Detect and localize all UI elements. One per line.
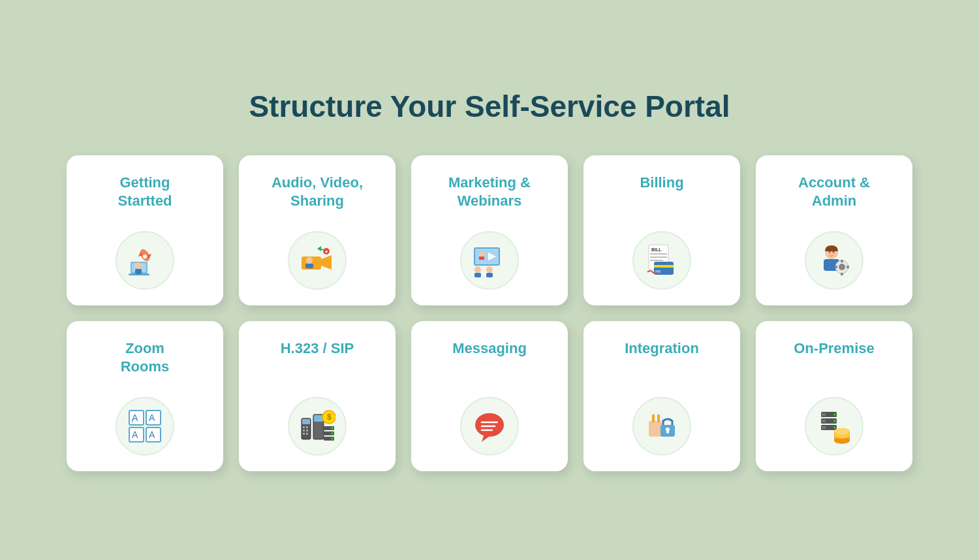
card-marketing-webinars-icon-wrapper (460, 231, 519, 290)
svg-point-93 (834, 428, 850, 435)
svg-rect-40 (835, 266, 837, 268)
svg-rect-55 (303, 429, 305, 431)
cards-grid: GettingStartted Audio, Video,Sharing (67, 155, 912, 471)
on-premise-icon (816, 408, 852, 444)
svg-rect-76 (657, 414, 660, 422)
svg-point-67 (332, 433, 334, 435)
svg-rect-53 (303, 426, 305, 428)
svg-rect-75 (652, 414, 655, 422)
card-account-admin[interactable]: Account &Admin (756, 155, 912, 305)
card-messaging[interactable]: Messaging (411, 321, 568, 471)
svg-point-7 (135, 262, 142, 269)
svg-rect-88 (822, 426, 826, 429)
card-h323-sip-title: H.323 / SIP (281, 339, 354, 358)
svg-text:BILL: BILL (651, 247, 662, 252)
svg-rect-41 (847, 266, 849, 268)
svg-rect-54 (306, 426, 308, 428)
card-messaging-icon-wrapper (460, 397, 519, 456)
svg-text:|: | (132, 418, 133, 424)
card-messaging-title: Messaging (452, 339, 527, 358)
svg-point-66 (332, 428, 334, 429)
zoom-rooms-icon: A | A A A (127, 408, 163, 444)
svg-point-22 (479, 251, 484, 257)
card-on-premise-title: On-Premise (794, 339, 875, 358)
card-zoom-rooms[interactable]: ZoomRooms A | A A A (67, 321, 223, 471)
card-integration-icon-wrapper (632, 397, 691, 456)
card-billing-icon-wrapper: BILL (632, 231, 691, 290)
svg-rect-8 (135, 269, 142, 274)
svg-point-85 (834, 427, 836, 429)
svg-point-84 (834, 420, 836, 422)
svg-rect-12 (305, 264, 313, 268)
card-h323-sip[interactable]: H.323 / SIP $ (239, 321, 396, 471)
svg-point-18 (474, 266, 481, 273)
card-zoom-rooms-icon-wrapper: A | A A A (116, 397, 174, 456)
card-audio-video-sharing-icon-wrapper: ♥ (288, 231, 347, 290)
card-billing-title: Billing (640, 174, 683, 192)
svg-rect-58 (306, 433, 308, 435)
card-getting-started[interactable]: GettingStartted (67, 155, 223, 305)
h323-sip-icon: $ (299, 408, 335, 444)
svg-point-11 (306, 257, 313, 264)
svg-rect-74 (649, 421, 662, 437)
card-marketing-webinars[interactable]: Marketing &Webinars (411, 155, 568, 305)
svg-rect-21 (486, 273, 493, 277)
camera-share-icon: ♥ (299, 242, 335, 279)
card-billing[interactable]: Billing BILL (583, 155, 740, 305)
svg-point-6 (143, 255, 147, 258)
card-getting-started-icon-wrapper (116, 231, 174, 290)
svg-text:♥: ♥ (325, 249, 328, 254)
card-account-admin-title: Account &Admin (798, 174, 870, 210)
card-on-premise[interactable]: On-Premise (756, 321, 912, 471)
svg-text:$: $ (327, 412, 332, 422)
card-h323-sip-icon-wrapper: $ (288, 397, 347, 456)
svg-rect-79 (666, 429, 669, 433)
svg-rect-60 (314, 415, 323, 422)
card-integration[interactable]: Integration (583, 321, 740, 471)
svg-rect-19 (474, 273, 481, 277)
card-integration-title: Integration (625, 339, 699, 358)
svg-point-68 (332, 438, 334, 440)
card-marketing-webinars-title: Marketing &Webinars (448, 174, 531, 210)
messaging-icon (471, 408, 508, 444)
card-audio-video-sharing-title: Audio, Video,Sharing (272, 174, 363, 210)
rocket-person-icon (127, 242, 163, 279)
svg-text:A: A (149, 429, 155, 440)
card-on-premise-icon-wrapper (805, 397, 863, 456)
svg-text:A: A (132, 429, 138, 440)
card-audio-video-sharing[interactable]: Audio, Video,Sharing ♥ (239, 155, 396, 305)
svg-rect-30 (654, 265, 674, 268)
svg-rect-23 (479, 257, 484, 260)
svg-rect-87 (822, 420, 826, 422)
svg-text:A: A (149, 412, 155, 423)
svg-rect-39 (841, 273, 843, 275)
card-account-admin-icon-wrapper (805, 231, 863, 290)
billing-icon: BILL (644, 242, 680, 279)
svg-point-69 (475, 413, 504, 437)
webinar-icon (471, 242, 508, 279)
account-admin-icon (816, 242, 852, 279)
integration-icon (644, 408, 680, 444)
svg-rect-86 (822, 413, 826, 416)
svg-rect-57 (303, 433, 305, 435)
svg-point-20 (486, 266, 493, 273)
page-title: Structure Your Self-Service Portal (249, 89, 730, 124)
svg-point-83 (834, 414, 836, 416)
svg-point-37 (839, 264, 845, 270)
svg-marker-10 (321, 255, 332, 270)
svg-rect-56 (306, 429, 308, 431)
card-zoom-rooms-title: ZoomRooms (121, 339, 170, 375)
svg-rect-52 (302, 419, 310, 424)
svg-rect-38 (841, 260, 843, 262)
card-getting-started-title: GettingStartted (117, 174, 172, 210)
